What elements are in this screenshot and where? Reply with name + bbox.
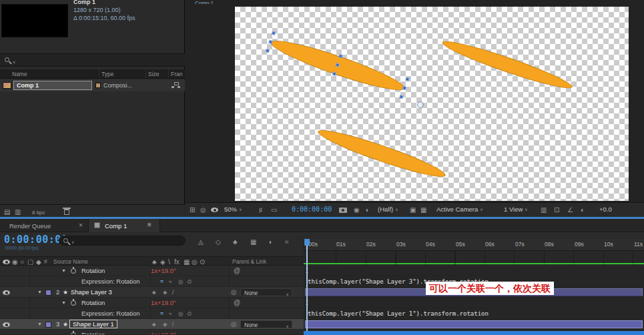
property-row-rotation[interactable]: ▼ Rotation 1x+19.0° @ [0,266,304,276]
resolution-select[interactable]: (Half) ∨ [378,206,398,213]
camera-select[interactable]: Active Camera ∨ [436,206,483,213]
expression-graph-icon[interactable]: ≈ [169,276,172,287]
current-time-indicator-handle[interactable] [304,239,310,246]
shy-switch-icon[interactable]: ♣ [152,319,156,330]
timeline-button-icon[interactable]: ∠ [567,207,573,214]
project-search-bar[interactable]: ∨ [0,53,185,67]
eye-icon[interactable] [3,290,10,295]
track-layer-bar-row-selected[interactable] [304,319,644,330]
column-size[interactable]: Size [148,69,159,79]
column-frame-rate[interactable]: Fran [171,69,182,79]
composition-canvas[interactable] [235,7,629,201]
timeline-search-input[interactable]: ∨ [59,236,186,246]
project-column-headers[interactable]: Name Type Size Fran [0,69,185,79]
lock-column-icon[interactable]: ▢ [27,259,33,266]
column-source-name[interactable]: Source Name [53,257,88,266]
icon-view-icon[interactable]: ▥ [15,209,21,216]
trash-icon[interactable] [64,209,69,215]
property-row-rotation[interactable]: ▼ Rotation 1x+19.0° @ [0,298,304,308]
stopwatch-icon[interactable] [71,332,76,335]
track-expression-row[interactable]: thisComp.layer("Shape Layer 1").transfor… [304,308,644,319]
expression-text[interactable]: thisComp.layer("Shape Layer 1").transfor… [308,310,489,317]
region-of-interest-icon[interactable]: ▣ [410,207,416,214]
pickwhip-icon[interactable]: @ [234,266,240,276]
shape-layer-1-selected-group[interactable] [268,33,408,97]
view-layout-select[interactable]: 1 View ∨ [504,206,528,213]
property-label[interactable]: Rotation [81,330,105,335]
parent-dropdown[interactable]: None ∨ [240,288,292,296]
expression-row[interactable]: Expression: Rotation = ≈ ◎ ⊙ [0,276,304,287]
parent-pickwhip-icon[interactable]: ◎ [231,319,237,330]
expression-graph-icon[interactable]: ≈ [169,308,172,319]
mask-visibility-icon[interactable]: ◎ [200,207,206,214]
expression-pickwhip-icon[interactable]: ◎ [178,276,183,287]
stopwatch-icon[interactable] [71,268,76,274]
current-time-indicator[interactable] [306,239,308,335]
column-name[interactable]: Name [12,69,27,79]
orange-ellipse-right[interactable] [440,35,575,94]
layer-color-label[interactable] [45,290,51,296]
eye-icon[interactable] [3,322,10,327]
twirl-icon[interactable]: ▼ [61,298,66,308]
tab-comp1[interactable]: Comp 1 ≡ [88,219,160,232]
frame-blend-icon[interactable]: ▦ [250,239,256,246]
flowchart-icon[interactable] [172,82,180,89]
twirl-icon[interactable]: ▼ [37,287,42,298]
orange-ellipse-bottom[interactable] [316,124,448,183]
expression-pickwhip-icon[interactable]: ◎ [178,308,183,319]
expression-language-icon[interactable]: ⊙ [187,276,192,287]
selection-handle[interactable] [405,77,409,81]
grid-options-icon[interactable]: ⊞ [190,207,195,214]
twirl-icon[interactable]: ▼ [61,266,66,276]
layer-row-shape-layer-1-selected[interactable]: ▼ 3 ★ Shape Layer 1 ♣ ◈ / ◎ None ∨ [0,319,304,330]
shy-switch-icon[interactable]: ♣ [152,287,156,298]
collapse-switch-icon[interactable]: ◈ [163,287,168,298]
column-parent-link[interactable]: Parent & Link [232,257,266,266]
exposure-value[interactable]: +0.0 [599,206,612,213]
draft-3d-icon[interactable]: ◇ [216,239,221,246]
stopwatch-icon[interactable] [71,300,76,306]
audio-column-icon[interactable]: ◉ [12,259,18,266]
parent-dropdown[interactable]: None ∨ [240,320,292,328]
current-timecode[interactable]: 0:00:00:00 [4,234,67,246]
layer-row-shape-layer-3[interactable]: ▼ 2 ★ Shape Layer 3 ♣ ◈ / ◎ None ∨ [0,287,304,298]
fast-previews-icon[interactable]: ⊡ [554,207,559,214]
viewer-timecode[interactable]: 0:00:00:00 [292,206,332,213]
quality-switch-icon[interactable]: / [172,287,174,298]
collapse-switch-icon[interactable]: ◈ [163,319,168,330]
transparency-grid-icon[interactable]: ▦ [420,207,426,214]
layer-name-selected[interactable]: Shape Layer 1 [69,320,117,328]
list-view-icon[interactable]: ▤ [4,209,10,216]
selection-handle[interactable] [399,95,403,99]
bit-depth-label[interactable]: 8 bpc [32,210,45,216]
column-divider[interactable] [145,69,146,78]
zoom-select[interactable]: 50% ∨ [224,206,242,213]
selection-handle[interactable] [402,86,406,90]
expression-row[interactable]: Expression: Rotation = ≈ ◎ ⊙ [0,308,304,319]
property-value[interactable]: 1x+19.0° [151,298,176,308]
channels-icon[interactable]: ◑ [364,207,368,214]
viewer-tab[interactable]: Comp 1 [195,0,219,4]
project-item-name[interactable]: Comp 1 [13,81,92,90]
pickwhip-icon[interactable]: @ [234,298,240,308]
graph-editor-icon[interactable]: ≈ [285,239,289,246]
video-column-eye-icon[interactable] [3,260,10,264]
property-value[interactable]: 1x+19.0° [151,330,176,335]
expression-language-icon[interactable]: ⊙ [187,308,192,319]
anchor-point-indicator[interactable] [417,101,424,108]
layer-duration-bar-selected[interactable] [305,320,643,328]
property-label[interactable]: Rotation [81,266,105,276]
close-icon[interactable]: × [79,222,83,229]
menu-icon[interactable]: ≡ [147,222,151,228]
expression-enable-icon[interactable]: = [160,276,164,287]
column-type[interactable]: Type [101,69,113,79]
parent-pickwhip-icon[interactable]: ◎ [231,287,237,298]
twirl-icon[interactable]: ▼ [37,319,42,330]
guides-icon[interactable]: ▭ [271,207,277,214]
exposure-reset-icon[interactable]: ◐ [581,207,585,214]
expression-enable-icon[interactable]: = [160,308,164,319]
view-options-eye-icon[interactable] [211,208,218,212]
project-item-comp1[interactable]: Comp 1 Composi... [0,79,185,91]
column-divider[interactable] [99,69,99,78]
track-property-row[interactable]: I [304,266,644,276]
